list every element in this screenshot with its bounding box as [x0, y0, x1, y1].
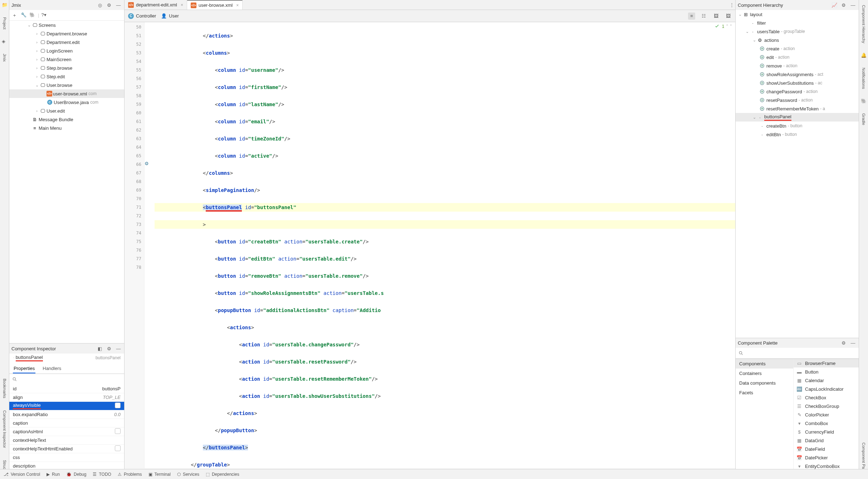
- minimize-icon[interactable]: —: [849, 1, 857, 9]
- h-create[interactable]: create- action: [736, 44, 859, 53]
- code-area[interactable]: 1 ˆˇ 50515253545556575859606162636465666…: [125, 22, 735, 468]
- view-mode-2-icon[interactable]: ☷: [700, 13, 707, 20]
- gear-icon[interactable]: ⚙: [840, 1, 847, 9]
- chart-icon[interactable]: 📈: [831, 1, 838, 9]
- tree-main-menu[interactable]: ≡Main Menu: [9, 124, 124, 132]
- prop-caption-as-html[interactable]: captionAsHtml: [9, 428, 124, 436]
- tree-user-browse-xml[interactable]: </>user-browse.xmlcom: [9, 89, 124, 98]
- minimize-icon[interactable]: —: [115, 345, 122, 352]
- rail-component-hierarchy[interactable]: Component Hierarchy: [862, 2, 866, 46]
- pal-button[interactable]: ▬Button: [794, 367, 859, 376]
- editor-tab-department-edit[interactable]: </>department-edit.xml×: [125, 0, 187, 10]
- tree-user-browse-java[interactable]: CUserBrowse.javacom: [9, 98, 124, 107]
- rail-component-inspector[interactable]: Component Inspector: [3, 408, 7, 451]
- pal-calendar[interactable]: ▦Calendar: [794, 376, 859, 385]
- pal-checkbox-group[interactable]: ☰CheckBoxGroup: [794, 402, 859, 410]
- window-icon[interactable]: ◧: [96, 345, 103, 352]
- code-body[interactable]: </actions> <columns> <column id="usernam…: [155, 22, 735, 468]
- rail-bookmarks[interactable]: Bookmarks: [3, 376, 7, 401]
- jmix-icon[interactable]: ◈: [2, 39, 8, 44]
- tree-main-screen[interactable]: ›🖵MainScreen: [9, 55, 124, 64]
- h-show-role[interactable]: showRoleAssignments- act: [736, 70, 859, 79]
- image2-icon[interactable]: 🖼: [725, 13, 732, 20]
- controller-link[interactable]: CController: [128, 13, 156, 19]
- close-icon[interactable]: ×: [236, 3, 239, 8]
- bb-debug[interactable]: 🐞Debug: [66, 472, 86, 477]
- tree-user-edit[interactable]: ›🖵User.edit: [9, 107, 124, 115]
- rail-jmix[interactable]: Jmix: [3, 51, 7, 65]
- pal-checkbox[interactable]: ☑CheckBox: [794, 393, 859, 402]
- prop-context-help-text[interactable]: contextHelpText: [9, 436, 124, 445]
- pal-datepicker[interactable]: 📅DatePicker: [794, 453, 859, 462]
- prop-caption[interactable]: caption: [9, 419, 124, 428]
- prop-align[interactable]: alignTOP_LE: [9, 393, 124, 402]
- h-edit[interactable]: edit- action: [736, 53, 859, 61]
- prop-id[interactable]: idbuttonsP: [9, 385, 124, 393]
- bb-services[interactable]: ⬡Services: [177, 472, 199, 477]
- minimize-icon[interactable]: —: [115, 1, 122, 9]
- pal-datagrid[interactable]: ▦DataGrid: [794, 436, 859, 445]
- cat-facets[interactable]: Facets: [736, 388, 793, 397]
- rail-notifications[interactable]: Notifications: [862, 65, 866, 92]
- rail-gradle[interactable]: Gradle: [862, 110, 866, 128]
- bb-terminal[interactable]: ▣Terminal: [148, 472, 171, 477]
- h-reset-pwd[interactable]: resetPassword- action: [736, 96, 859, 104]
- rail-project[interactable]: Project: [3, 14, 7, 32]
- close-icon[interactable]: ×: [181, 3, 183, 8]
- pal-combobox[interactable]: ▾ComboBox: [794, 419, 859, 428]
- pal-color-picker[interactable]: ✎ColorPicker: [794, 410, 859, 419]
- h-change-pwd[interactable]: changePassword- action: [736, 87, 859, 96]
- h-create-btn[interactable]: ·createBtn- button: [736, 122, 859, 130]
- tree-message-bundle[interactable]: 🗎Message Bundle: [9, 115, 124, 124]
- pal-caps-lock[interactable]: 🔤CapsLockIndicator: [794, 385, 859, 393]
- bb-version-control[interactable]: ⎇Version Control: [4, 472, 40, 477]
- target-icon[interactable]: ◎: [96, 1, 103, 9]
- help-icon[interactable]: ?▾: [41, 12, 48, 19]
- bb-dependencies[interactable]: ⬚Dependencies: [206, 472, 239, 477]
- pal-datefield[interactable]: 📅DateField: [794, 445, 859, 453]
- bb-run[interactable]: ▶Run: [47, 472, 60, 477]
- prop-box-expand-ratio[interactable]: box.expandRatio0.0: [9, 410, 124, 419]
- gear-icon[interactable]: ⚙: [106, 345, 113, 352]
- folder-icon[interactable]: 📁: [2, 2, 8, 8]
- tree-user-browse[interactable]: ⌄🖵User.browse: [9, 81, 124, 89]
- user-entity-link[interactable]: 👤User: [161, 13, 179, 19]
- h-filter[interactable]: ·filter: [736, 19, 859, 27]
- palette-search-input[interactable]: [745, 350, 856, 356]
- inspector-search-input[interactable]: [19, 376, 121, 383]
- gradle-icon[interactable]: 🐘: [861, 98, 867, 104]
- cat-containers[interactable]: Containers: [736, 369, 793, 378]
- tree-step-edit[interactable]: ›🖵Step.edit: [9, 72, 124, 81]
- h-actions[interactable]: ⌄⚙actions: [736, 36, 859, 44]
- h-buttons-panel[interactable]: ⌄·buttonsPanel: [736, 113, 859, 122]
- cat-data[interactable]: Data components: [736, 378, 793, 388]
- tree-dept-browse[interactable]: ›🖵Department.browse: [9, 29, 124, 38]
- editor-tab-user-browse[interactable]: </>user-browse.xml×: [187, 0, 243, 10]
- image-icon[interactable]: 🖼: [712, 13, 720, 20]
- plus-icon[interactable]: ＋: [12, 12, 19, 19]
- cat-components[interactable]: Components: [736, 359, 793, 369]
- h-show-subs[interactable]: showUserSubstitutions- ac: [736, 79, 859, 87]
- bb-todo[interactable]: ☰TODO: [93, 472, 111, 477]
- h-layout[interactable]: ⌄⊞layout: [736, 10, 859, 19]
- pal-browser-frame[interactable]: ▭BrowserFrame: [794, 359, 859, 367]
- bell-icon[interactable]: 🔔: [861, 53, 867, 58]
- checkbox-icon[interactable]: [115, 403, 121, 408]
- tree-step-browse[interactable]: ›🖵Step.browse: [9, 64, 124, 72]
- prop-always-visible[interactable]: alwaysVisible: [9, 402, 124, 410]
- h-edit-btn[interactable]: ·editBtn- button: [736, 130, 859, 139]
- wrench-icon[interactable]: 🔧: [21, 12, 27, 19]
- view-mode-1-icon[interactable]: ≡: [688, 13, 695, 20]
- tree-login-screen[interactable]: ›🖵LoginScreen: [9, 46, 124, 55]
- h-users-table[interactable]: ⌄·usersTable- groupTable: [736, 27, 859, 36]
- tab-properties[interactable]: Properties: [13, 364, 35, 374]
- tab-handlers[interactable]: Handlers: [42, 364, 62, 374]
- more-icon[interactable]: ⋮: [728, 1, 735, 9]
- h-reset-token[interactable]: resetRememberMeToken- a: [736, 104, 859, 113]
- gear-icon[interactable]: ⚙: [106, 1, 113, 9]
- tree-screens[interactable]: ⌄🖵Screens: [9, 21, 124, 29]
- gear-icon[interactable]: ⚙: [840, 340, 847, 347]
- pal-currency[interactable]: $CurrencyField: [794, 428, 859, 436]
- prop-css[interactable]: css: [9, 453, 124, 462]
- elephant-icon[interactable]: 🐘: [29, 12, 36, 19]
